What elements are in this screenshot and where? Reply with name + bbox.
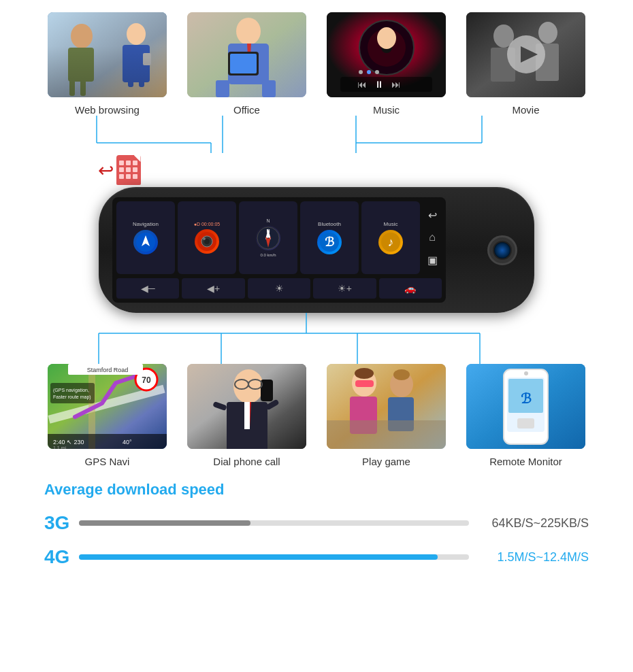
svg-text:⏭: ⏭: [391, 79, 401, 90]
feature-remote: ℬ Remote Monitor: [465, 364, 587, 467]
feature-navi-label: GPS Navi: [85, 456, 130, 467]
screen-btn-camera[interactable]: ●D 00:00:05: [178, 201, 236, 274]
speed-label-4g: 4G: [44, 546, 68, 568]
mirror-screen: Navigation ●D 00:00:05: [112, 197, 446, 303]
svg-text:40°: 40°: [123, 439, 132, 446]
screen-btn-bluetooth[interactable]: Bluetooth ℬ: [300, 201, 359, 274]
speed-value-3g: 64KB/S~225KB/S: [480, 516, 589, 531]
svg-point-30: [375, 70, 379, 74]
svg-text:2:40  ↖ 230: 2:40 ↖ 230: [53, 439, 84, 446]
svg-point-12: [236, 18, 261, 45]
mirror-right-side: [487, 235, 521, 265]
brightness-up-btn[interactable]: ☀+: [313, 278, 376, 299]
svg-rect-9: [69, 77, 75, 96]
nav-label: Navigation: [133, 221, 159, 227]
svg-text:70: 70: [142, 375, 151, 385]
svg-point-2: [127, 23, 146, 45]
feature-movie: Movie: [465, 12, 587, 116]
bt-label: Bluetooth: [318, 221, 341, 227]
speed-label-3g: 3G: [44, 512, 68, 534]
svg-point-29: [367, 70, 371, 74]
svg-rect-1: [48, 12, 167, 97]
home-icon[interactable]: ⌂: [424, 231, 440, 243]
svg-rect-16: [230, 54, 257, 73]
screen-btn-music[interactable]: Music ♪: [361, 201, 420, 274]
thumb-office: [187, 12, 306, 97]
svg-point-34: [538, 22, 557, 44]
speed-label: 0.0 km/h: [260, 253, 276, 257]
nav-icons-column: ↩ ⌂ ▣: [423, 201, 442, 274]
svg-text:1.1 mi: 1.1 mi: [53, 446, 67, 450]
feature-movie-label: Movie: [512, 104, 539, 116]
top-features-section: Web browsing: [0, 0, 633, 116]
svg-point-99: [355, 368, 374, 379]
vol-up-btn[interactable]: ◀+: [182, 278, 244, 299]
svg-text:⏸: ⏸: [374, 79, 384, 90]
svg-point-50: [203, 237, 206, 240]
svg-rect-6: [143, 53, 151, 65]
feature-web: Web browsing: [46, 12, 169, 116]
thumb-music: ⏮ ⏸ ⏭: [327, 12, 446, 97]
brightness-btn[interactable]: ☀: [248, 278, 310, 299]
rear-camera: [487, 235, 517, 265]
speed-bar-fill-3g: [79, 520, 250, 526]
bottom-features-section: 70 2:40 ↖ 230 40° 1.1 mi (GPS navigation…: [0, 364, 633, 467]
svg-rect-86: [261, 380, 273, 401]
svg-text:N: N: [266, 229, 270, 233]
svg-text:ℬ: ℬ: [521, 391, 532, 406]
speed-row-4g: 4G 1.5M/S~12.4M/S: [44, 546, 589, 568]
speed-row-3g: 3G 64KB/S~225KB/S: [44, 512, 589, 534]
feature-game: Play game: [325, 364, 448, 467]
svg-text:(GPS navigation,: (GPS navigation,: [53, 388, 89, 393]
svg-point-7: [71, 24, 93, 48]
mirror-device-wrapper: Navigation ●D 00:00:05: [27, 187, 606, 313]
thumb-web: [48, 12, 167, 97]
car-btn[interactable]: 🚗: [379, 278, 442, 299]
feature-game-label: Play game: [362, 456, 410, 467]
svg-rect-0: [48, 12, 167, 97]
svg-point-23: [377, 27, 396, 49]
vol-down-btn[interactable]: ◀─: [116, 278, 179, 299]
svg-rect-18: [262, 80, 276, 97]
thumb-game: [327, 364, 446, 449]
speed-bar-fill-4g: [79, 554, 438, 560]
screen-btn-compass[interactable]: N N 0.0 km/h 0.0 km/h: [239, 201, 297, 274]
thumb-navi: 70 2:40 ↖ 230 40° 1.1 mi (GPS navigation…: [48, 364, 167, 449]
thumb-movie: [466, 12, 585, 97]
feature-office: Office: [186, 12, 308, 116]
bt-icon: ℬ: [317, 230, 342, 254]
svg-rect-95: [355, 380, 374, 387]
feature-web-label: Web browsing: [75, 104, 140, 116]
feature-dial-label: Dial phone call: [213, 456, 280, 467]
svg-point-28: [359, 70, 363, 74]
svg-point-98: [393, 369, 410, 380]
svg-rect-85: [244, 402, 250, 429]
feature-dial: Dial phone call: [186, 364, 308, 467]
svg-text:⏮: ⏮: [357, 79, 367, 90]
menu-icon[interactable]: ▣: [424, 254, 440, 267]
svg-rect-3: [123, 45, 150, 82]
svg-rect-10: [80, 77, 86, 96]
camera-lens: [493, 241, 512, 260]
screen-bottom-bar: ◀─ ◀+ ☀ ☀+ 🚗: [112, 276, 446, 303]
screen-btn-navigation[interactable]: Navigation: [116, 201, 175, 274]
svg-rect-17: [216, 80, 229, 97]
svg-text:ℬ: ℬ: [325, 235, 334, 249]
feature-navi: 70 2:40 ↖ 230 40° 1.1 mi (GPS navigation…: [46, 364, 169, 467]
mirror-device: Navigation ●D 00:00:05: [99, 187, 534, 313]
sim-arrow-icon: ↩: [98, 159, 114, 182]
svg-rect-100: [327, 420, 446, 450]
svg-rect-4: [128, 67, 133, 87]
svg-rect-8: [68, 48, 94, 82]
back-icon[interactable]: ↩: [424, 209, 440, 222]
thumb-dial: [187, 364, 306, 449]
svg-text:Stamford Road: Stamford Road: [87, 367, 129, 373]
sim-card: [116, 155, 141, 185]
feature-office-label: Office: [233, 104, 260, 116]
feature-music: ⏮ ⏸ ⏭ Music: [325, 12, 448, 116]
speed-bar-track-3g: [79, 520, 469, 526]
nav-icon: [133, 230, 158, 254]
svg-text:0.0 km/h: 0.0 km/h: [265, 250, 280, 250]
feature-music-label: Music: [373, 104, 400, 116]
svg-rect-76: [50, 383, 95, 403]
